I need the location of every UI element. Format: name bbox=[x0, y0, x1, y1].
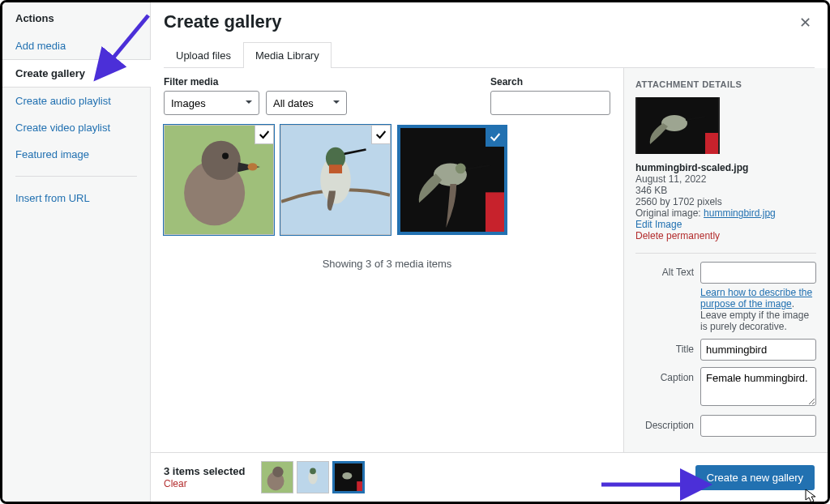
sidebar-divider bbox=[15, 176, 137, 177]
media-thumb-2[interactable] bbox=[280, 125, 391, 235]
sidebar-title: Actions bbox=[2, 12, 150, 32]
filter-media-label: Filter media bbox=[164, 76, 347, 88]
attachment-preview bbox=[635, 97, 720, 154]
selected-check-icon bbox=[371, 125, 391, 144]
media-grid bbox=[164, 125, 610, 235]
svg-point-13 bbox=[456, 164, 466, 174]
sidebar-item-add-media[interactable]: Add media bbox=[2, 32, 150, 59]
svg-point-5 bbox=[248, 163, 258, 170]
media-browser: Filter media Images All dates Search bbox=[151, 68, 623, 452]
svg-point-24 bbox=[343, 472, 353, 480]
attachment-filename: hummingbird-scaled.jpg bbox=[635, 162, 816, 173]
alt-text-hint: Learn how to describe the purpose of the… bbox=[700, 287, 816, 332]
close-button[interactable]: ✕ bbox=[796, 11, 815, 35]
title-label: Title bbox=[635, 339, 694, 355]
sidebar-item-create-audio-playlist[interactable]: Create audio playlist bbox=[2, 88, 150, 114]
edit-image-link[interactable]: Edit Image bbox=[635, 219, 682, 230]
sidebar-item-featured-image[interactable]: Featured image bbox=[2, 141, 150, 168]
sidebar-item-create-video-playlist[interactable]: Create video playlist bbox=[2, 114, 150, 141]
attachment-size: 346 KB bbox=[635, 185, 816, 196]
close-icon: ✕ bbox=[799, 15, 811, 31]
media-thumb-1[interactable] bbox=[164, 125, 274, 235]
filter-date-select[interactable]: All dates bbox=[266, 91, 347, 115]
description-label: Description bbox=[635, 415, 694, 431]
caption-input[interactable]: Female hummingbird. bbox=[700, 367, 816, 406]
svg-rect-9 bbox=[329, 164, 342, 173]
delete-permanently-link[interactable]: Delete permanently bbox=[635, 230, 720, 241]
attachment-dimensions: 2560 by 1702 pixels bbox=[635, 196, 816, 207]
title-input[interactable] bbox=[700, 339, 816, 361]
main-panel: Create gallery ✕ Upload files Media Libr… bbox=[151, 2, 828, 502]
selected-check-icon bbox=[255, 125, 274, 144]
actions-sidebar: Actions Add media Create gallery Create … bbox=[2, 2, 151, 502]
tabs: Upload files Media Library bbox=[164, 41, 815, 68]
create-new-gallery-button[interactable]: Create a new gallery bbox=[695, 465, 815, 490]
mini-thumb-2[interactable] bbox=[297, 461, 329, 493]
svg-point-3 bbox=[222, 153, 229, 160]
media-thumb-3[interactable] bbox=[397, 125, 507, 235]
caption-label: Caption bbox=[635, 367, 694, 383]
selected-check-icon bbox=[486, 127, 505, 147]
svg-rect-11 bbox=[486, 192, 504, 232]
mini-thumb-3[interactable] bbox=[332, 461, 365, 493]
svg-point-22 bbox=[310, 468, 317, 475]
page-title: Create gallery bbox=[164, 11, 282, 34]
alt-text-input[interactable] bbox=[700, 262, 816, 284]
filter-type-select[interactable]: Images bbox=[164, 91, 259, 115]
clear-selection-link[interactable]: Clear bbox=[164, 478, 187, 489]
tab-upload-files[interactable]: Upload files bbox=[164, 42, 243, 68]
svg-point-2 bbox=[202, 141, 241, 180]
svg-rect-25 bbox=[357, 481, 363, 491]
alt-text-label: Alt Text bbox=[635, 262, 694, 278]
sidebar-item-create-gallery[interactable]: Create gallery bbox=[2, 59, 151, 88]
svg-rect-15 bbox=[705, 133, 718, 154]
mini-thumb-1[interactable] bbox=[261, 461, 293, 493]
search-label: Search bbox=[490, 76, 610, 88]
tab-media-library[interactable]: Media Library bbox=[243, 42, 332, 68]
attachment-details: ATTACHMENT DETAILS hummingbird-scaled.jp… bbox=[623, 68, 828, 452]
description-input[interactable] bbox=[700, 415, 816, 437]
footer-toolbar: 3 items selected Clear Create a new gall… bbox=[151, 452, 828, 502]
selected-count: 3 items selected bbox=[164, 465, 245, 477]
showing-count: Showing 3 of 3 media items bbox=[164, 258, 610, 270]
search-input[interactable] bbox=[490, 91, 610, 115]
selected-mini-thumbs bbox=[261, 461, 365, 493]
attachment-details-title: ATTACHMENT DETAILS bbox=[635, 79, 816, 89]
original-image-link[interactable]: hummingbird.jpg bbox=[704, 207, 776, 219]
attachment-original: Original image: hummingbird.jpg bbox=[635, 207, 816, 219]
sidebar-item-insert-from-url[interactable]: Insert from URL bbox=[2, 185, 150, 211]
svg-point-19 bbox=[273, 467, 284, 477]
attachment-date: August 11, 2022 bbox=[635, 173, 816, 185]
alt-text-hint-link[interactable]: Learn how to describe the purpose of the… bbox=[700, 287, 812, 310]
